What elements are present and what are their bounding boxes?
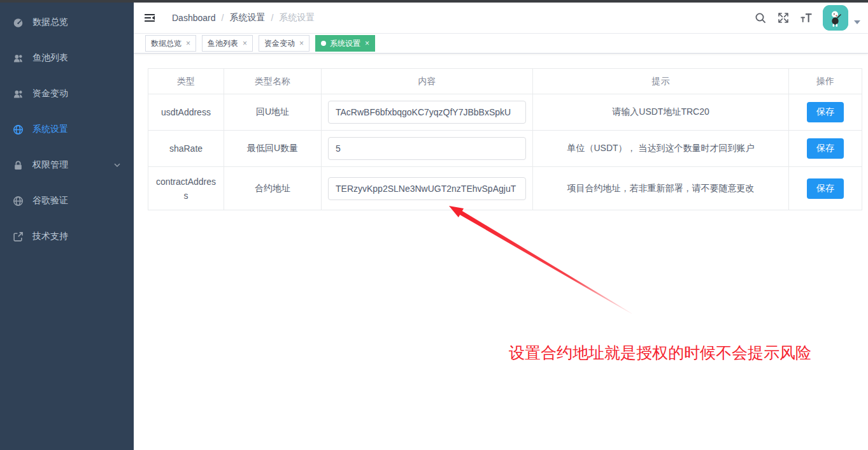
sidebar-item-tech-support[interactable]: 技术支持: [0, 219, 134, 254]
sidebar-item-permissions[interactable]: 权限管理: [0, 147, 134, 183]
fullscreen-icon[interactable]: [777, 11, 790, 24]
tag-pool-list[interactable]: 鱼池列表 ×: [202, 35, 253, 52]
breadcrumb-separator: /: [271, 13, 273, 23]
active-dot: [321, 41, 326, 46]
globe-icon: [13, 196, 24, 207]
caret-down-icon[interactable]: [854, 20, 860, 24]
globe-icon: [13, 124, 24, 135]
sidebar-item-funds-change[interactable]: 资金变动: [0, 76, 134, 112]
sidebar-item-pool-list[interactable]: 鱼池列表: [0, 40, 134, 76]
close-icon[interactable]: ×: [186, 40, 190, 47]
font-size-icon[interactable]: [800, 11, 813, 24]
tag-system-settings[interactable]: 系统设置 ×: [315, 35, 375, 52]
sidebar-item-label: 谷歌验证: [32, 195, 68, 207]
close-icon[interactable]: ×: [243, 40, 247, 47]
cell-type-name: 回U地址: [224, 94, 322, 131]
sidebar-item-data-overview[interactable]: 数据总览: [0, 4, 134, 40]
cell-type-name: 合约地址: [224, 167, 322, 210]
annotation-text: 设置合约地址就是授权的时候不会提示风险: [509, 342, 811, 363]
cell-hint: 请输入USDT地址TRC20: [533, 94, 789, 131]
navbar: Dashboard / 系统设置 / 系统设置: [134, 3, 868, 34]
sidebar-item-label: 系统设置: [32, 124, 68, 135]
cell-hint: 单位（USDT）， 当达到这个数量时才回到账户: [533, 131, 789, 167]
sha-rate-input[interactable]: [328, 137, 526, 160]
page-content: 类型 类型名称 内容 提示 操作 usdtAddress 回U地址 请输入USD…: [134, 68, 868, 210]
col-header-action: 操作: [789, 69, 862, 94]
table-row: shaRate 最低回U数量 单位（USDT）， 当达到这个数量时才回到账户 保…: [148, 131, 862, 167]
sidebar: 数据总览 鱼池列表 资金变动 系统设置 权限管理 谷歌验证: [0, 0, 134, 450]
navbar-actions: [744, 5, 860, 31]
breadcrumb-item-current: 系统设置: [279, 12, 315, 24]
chevron-down-icon: [113, 161, 121, 169]
cell-hint: 项目合约地址，若非重新部署，请不要随意更改: [533, 167, 789, 210]
top-strip: [0, 0, 868, 3]
dashboard-icon: [13, 17, 24, 28]
sidebar-item-label: 资金变动: [32, 88, 68, 99]
table-row: contractAddress 合约地址 项目合约地址，若非重新部署，请不要随意…: [148, 167, 862, 210]
close-icon[interactable]: ×: [365, 40, 369, 47]
tag-label: 资金变动: [264, 38, 295, 49]
col-header-content: 内容: [322, 69, 533, 94]
col-header-type-name: 类型名称: [224, 69, 322, 94]
breadcrumb-item-dashboard[interactable]: Dashboard: [172, 13, 216, 23]
tag-label: 系统设置: [330, 38, 360, 49]
external-link-icon: [13, 231, 24, 242]
col-header-type: 类型: [148, 69, 224, 94]
close-icon[interactable]: ×: [299, 40, 304, 47]
tag-data-overview[interactable]: 数据总览 ×: [145, 35, 196, 52]
sidebar-item-label: 权限管理: [32, 159, 68, 171]
table-header-row: 类型 类型名称 内容 提示 操作: [148, 69, 862, 94]
breadcrumb-item-settings[interactable]: 系统设置: [229, 12, 265, 24]
save-button[interactable]: 保存: [807, 178, 844, 199]
contract-address-input[interactable]: [328, 177, 526, 200]
sidebar-item-label: 数据总览: [32, 17, 68, 28]
sidebar-item-label: 鱼池列表: [32, 52, 68, 64]
sidebar-item-google-verify[interactable]: 谷歌验证: [0, 183, 134, 219]
table-row: usdtAddress 回U地址 请输入USDT地址TRC20 保存: [148, 94, 862, 131]
hamburger-fold-icon[interactable]: [143, 11, 156, 24]
breadcrumb: Dashboard / 系统设置 / 系统设置: [172, 12, 315, 24]
settings-table: 类型 类型名称 内容 提示 操作 usdtAddress 回U地址 请输入USD…: [148, 68, 862, 210]
tag-label: 数据总览: [151, 38, 181, 49]
cell-type: contractAddress: [148, 167, 224, 210]
users-icon: [13, 89, 24, 99]
cell-type-name: 最低回U数量: [224, 131, 322, 167]
col-header-hint: 提示: [533, 69, 789, 94]
users-icon: [13, 53, 24, 64]
annotation-arrow: [433, 198, 646, 325]
save-button[interactable]: 保存: [807, 138, 844, 159]
avatar[interactable]: [823, 5, 848, 31]
cell-type: shaRate: [148, 131, 224, 167]
save-button[interactable]: 保存: [807, 102, 844, 122]
sidebar-item-label: 技术支持: [32, 231, 68, 242]
sidebar-item-system-settings[interactable]: 系统设置: [0, 112, 134, 147]
main-area: Dashboard / 系统设置 / 系统设置: [134, 3, 868, 210]
tag-label: 鱼池列表: [208, 38, 238, 49]
search-icon[interactable]: [754, 11, 767, 24]
breadcrumb-separator: /: [222, 13, 224, 23]
cell-type: usdtAddress: [148, 94, 224, 131]
lock-icon: [13, 160, 24, 171]
tag-funds-change[interactable]: 资金变动 ×: [259, 35, 309, 52]
usdt-address-input[interactable]: [328, 101, 526, 124]
tags-view: 数据总览 × 鱼池列表 × 资金变动 × 系统设置 ×: [134, 34, 868, 54]
